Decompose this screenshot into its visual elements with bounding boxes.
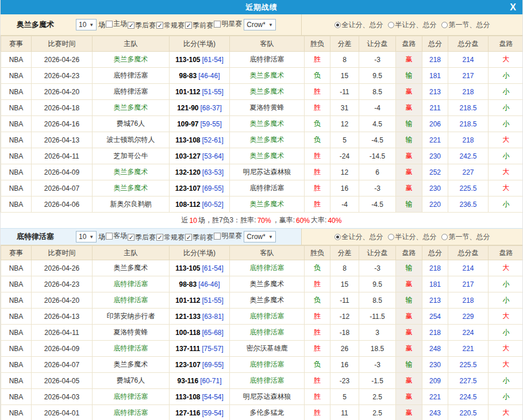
cell-league: NBA	[1, 341, 32, 357]
radio-option[interactable]: 半让分、总分	[388, 20, 437, 30]
cell-result: 胜	[305, 309, 330, 325]
checkbox-icon[interactable]: ✓	[128, 22, 134, 29]
cell-result: 胜	[305, 341, 330, 357]
cell-league: NBA	[1, 116, 32, 132]
filter-checkbox[interactable]: ✓季后赛	[128, 21, 156, 30]
cell-score: 123-107[69-55]	[170, 357, 230, 373]
filter-checkbox[interactable]: ✓季后赛	[128, 233, 156, 242]
filter-checkbox[interactable]: ✓常规赛	[156, 21, 184, 30]
radio-option[interactable]: 第一节、总分	[441, 20, 490, 30]
cell-score: 113-105[61-54]	[170, 52, 230, 68]
cell-over-under: 大	[489, 260, 523, 276]
score-fulltime: 113-108	[175, 136, 200, 144]
table-row: NBA2026-04-06新奥尔良鹈鹕108-112[60-52]奥兰多魔术胜-…	[1, 196, 523, 213]
score-halftime: [59-55]	[201, 120, 222, 128]
cell-point-diff: 16	[330, 357, 359, 373]
radio-label: 第一节、总分	[449, 20, 490, 30]
source-select[interactable]: Crow* ▼	[244, 231, 276, 242]
cell-date: 2026-04-23	[32, 68, 93, 84]
cell-away-team: 底特律活塞	[230, 52, 305, 68]
checkbox-icon[interactable]: ✓	[128, 234, 134, 241]
source-select[interactable]: Crow* ▼	[244, 19, 276, 30]
checkbox-icon[interactable]	[106, 21, 113, 28]
checkbox-icon[interactable]	[214, 233, 221, 240]
score-fulltime: 100-118	[175, 329, 200, 337]
cell-away-team: 底特律活塞	[230, 260, 305, 276]
cell-score: 121-133[63-81]	[170, 309, 230, 325]
cell-date: 2026-04-05	[32, 373, 93, 389]
close-icon[interactable]: X	[510, 1, 516, 13]
filter-checkbox[interactable]: ✓常规赛	[156, 233, 184, 242]
cell-home-team: 奥兰多魔术	[93, 52, 170, 68]
cell-over-under: 小	[489, 100, 523, 116]
cell-result: 负	[305, 292, 330, 309]
checkbox-icon[interactable]: ✓	[185, 22, 192, 29]
radio-option[interactable]: 全让分、总分	[334, 232, 383, 242]
cell-point-diff: -12	[330, 309, 359, 325]
cell-point-diff: 5	[330, 389, 359, 405]
radio-option[interactable]: 半让分、总分	[388, 232, 437, 242]
cell-score: 101-112[51-55]	[170, 292, 230, 309]
table-row: NBA2026-04-26奥兰多魔术113-105[61-54]底特律活塞胜8-…	[1, 52, 523, 68]
column-header: 盘路	[489, 246, 523, 260]
cell-total-points: 252	[422, 164, 448, 180]
cell-score: 108-112[60-52]	[170, 196, 230, 213]
cell-total-line: 218	[448, 132, 489, 148]
checkbox-group: 主场✓季后赛✓常规赛✓季前赛明星赛	[105, 19, 242, 30]
cell-total-line: 227.5	[448, 373, 489, 389]
cell-over-under: 大	[489, 309, 523, 325]
table-row: NBA2026-04-09奥兰多魔术132-120[63-53]明尼苏达森林狼胜…	[1, 164, 523, 180]
filter-checkbox[interactable]: 明星赛	[214, 19, 242, 29]
filter-checkbox[interactable]: 客场	[106, 231, 127, 241]
filter-checkbox[interactable]: ✓季前赛	[185, 21, 213, 30]
cell-result: 负	[305, 116, 330, 132]
cell-away-team: 底特律活塞	[230, 309, 305, 325]
cell-date: 2026-04-09	[32, 164, 93, 180]
cell-away-team: 奥兰多魔术	[230, 196, 305, 213]
cell-total-line: 214	[448, 52, 489, 68]
cell-point-diff: -11	[330, 84, 359, 100]
score-halftime: [60-52]	[202, 201, 224, 209]
score-fulltime: 101-112	[175, 88, 200, 96]
cell-total-points: 254	[422, 309, 448, 325]
cell-over-under: 大	[489, 180, 523, 196]
radio-option[interactable]: 第一节、总分	[441, 232, 490, 242]
checkbox-icon[interactable]: ✓	[185, 234, 192, 241]
checkbox-label: 季后赛	[135, 21, 156, 30]
cell-total-points: 243	[422, 405, 448, 420]
cell-handicap-line: 4.5	[359, 116, 396, 132]
radio-option[interactable]: 全让分、总分	[334, 20, 383, 30]
column-header: 胜负	[305, 36, 330, 52]
checkbox-icon[interactable]: ✓	[156, 22, 163, 29]
cell-handicap-line: -4.5	[359, 132, 396, 148]
filter-checkbox[interactable]: 明星赛	[214, 231, 242, 241]
checkbox-icon[interactable]	[214, 21, 221, 28]
chevron-down-icon: ▼	[268, 234, 273, 240]
radio-group: 全让分、总分半让分、总分第一节、总分	[302, 14, 522, 35]
cell-total-points: 230	[422, 148, 448, 164]
games-count-select[interactable]: 10 ▼	[76, 19, 97, 30]
filter-checkbox[interactable]: 主场	[106, 19, 127, 29]
cell-score: 137-111[75-57]	[170, 341, 230, 357]
radio-icon	[441, 22, 448, 28]
cell-point-diff: 16	[330, 180, 359, 196]
cell-total-line: 229	[448, 309, 489, 325]
cell-score: 98-83[46-46]	[170, 276, 230, 292]
checkbox-icon[interactable]	[106, 233, 113, 240]
score-halftime: [75-57]	[202, 345, 223, 353]
cell-handicap-result: 输	[396, 68, 422, 84]
checkbox-icon[interactable]: ✓	[156, 234, 163, 241]
cell-over-under: 小	[489, 373, 523, 389]
games-count-select[interactable]: 10 ▼	[76, 231, 97, 242]
cell-total-points: 221	[422, 132, 448, 148]
cell-away-team: 奥兰多魔术	[230, 84, 305, 100]
cell-total-points: 230	[422, 357, 448, 373]
cell-total-points: 218	[422, 325, 448, 341]
cell-handicap-line: 18.5	[359, 341, 396, 357]
cell-date: 2026-04-13	[32, 132, 93, 148]
cell-league: NBA	[1, 196, 32, 213]
cell-away-team: 多伦多猛龙	[230, 405, 305, 420]
filter-checkbox[interactable]: ✓季前赛	[185, 233, 213, 242]
table-row: NBA2026-04-13印第安纳步行者121-133[63-81]底特律活塞胜…	[1, 309, 523, 325]
summary-text: 40%	[328, 217, 341, 225]
